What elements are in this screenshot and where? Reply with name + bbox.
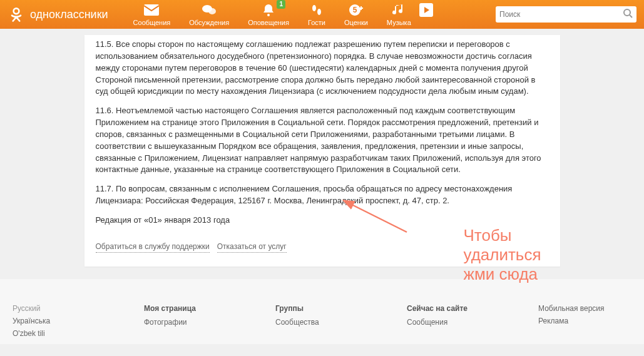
nav-messages[interactable]: Сообщения	[133, 3, 171, 26]
header: одноклассники Сообщения Обсуждения 1 Опо…	[0, 0, 644, 29]
svg-point-5	[312, 5, 316, 11]
lang-uz[interactable]: O'zbek tili	[13, 329, 106, 338]
magnifier-icon	[623, 9, 633, 18]
footprints-icon	[309, 3, 324, 18]
footer: Русский Українська O'zbek tili Моя стран…	[0, 279, 644, 344]
ok-logo-icon	[8, 6, 25, 23]
svg-point-3	[208, 8, 216, 14]
nav-guests[interactable]: Гости	[308, 3, 325, 26]
footer-heading-groups[interactable]: Группы	[275, 304, 369, 313]
music-note-icon	[391, 3, 406, 18]
logo[interactable]: одноклассники	[8, 6, 108, 23]
decline-services-link[interactable]: Отказаться от услуг	[217, 242, 287, 253]
notifications-badge: 1	[277, 0, 285, 9]
svg-text:5: 5	[353, 6, 357, 14]
footer-link-communities[interactable]: Сообщества	[275, 318, 369, 327]
footer-link-ads[interactable]: Реклама	[538, 317, 632, 325]
agreement-card: 11.5. Все споры сторон по настоящему сог…	[84, 35, 560, 267]
annotation-text: Чтобы удалиться жми сюда	[464, 226, 541, 285]
search-button[interactable]	[623, 9, 633, 20]
nav-ratings[interactable]: 5 Оценки	[344, 3, 368, 26]
agreement-11-7: 11.7. По вопросам, связанным с исполнени…	[96, 183, 549, 207]
footer-link-photos[interactable]: Фотографии	[144, 318, 238, 327]
agreement-11-5: 11.5. Все споры сторон по настоящему сог…	[96, 39, 549, 98]
annotation-arrow-icon	[341, 198, 410, 235]
lang-uk[interactable]: Українська	[13, 317, 106, 325]
footer-col-online: Сейчас на сайте Сообщения	[407, 304, 501, 338]
svg-point-0	[14, 8, 19, 14]
footer-heading-mypage[interactable]: Моя страница	[144, 304, 238, 313]
five-plus-icon: 5	[349, 3, 364, 18]
footer-link-mobile[interactable]: Мобильная версия	[538, 304, 632, 313]
footer-heading-online[interactable]: Сейчас на сайте	[407, 304, 501, 313]
footer-col-mypage: Моя страница Фотографии	[144, 304, 238, 338]
bell-icon	[261, 3, 276, 18]
top-nav: Сообщения Обсуждения 1 Оповещения Гости …	[133, 3, 496, 26]
play-icon	[419, 3, 434, 18]
agreement-11-6: 11.6. Неотъемлемой частью настоящего Сог…	[96, 105, 549, 176]
nav-notifications[interactable]: 1 Оповещения	[248, 3, 289, 26]
search-input[interactable]	[499, 10, 623, 19]
support-link[interactable]: Обратиться в службу поддержки	[96, 242, 210, 253]
svg-point-10	[624, 9, 630, 16]
nav-play[interactable]	[419, 3, 434, 26]
footer-languages: Русский Українська O'zbek tili	[13, 304, 106, 338]
nav-music[interactable]: Музыка	[387, 3, 411, 26]
search-box[interactable]	[496, 6, 636, 23]
svg-point-6	[317, 9, 321, 15]
footer-link-messages[interactable]: Сообщения	[407, 318, 501, 327]
svg-point-4	[267, 14, 270, 16]
brand-text: одноклассники	[30, 8, 108, 21]
nav-discussions[interactable]: Обсуждения	[189, 3, 229, 26]
lang-ru[interactable]: Русский	[13, 304, 106, 313]
main: 11.5. Все споры сторон по настоящему сог…	[0, 29, 644, 279]
footer-col-groups: Группы Сообщества	[275, 304, 369, 338]
footer-col-misc: Мобильная версия Реклама	[538, 304, 632, 338]
envelope-icon	[144, 3, 159, 18]
agreement-revision: Редакция от «01» января 2013 года	[96, 215, 549, 226]
chat-icon	[202, 3, 217, 18]
